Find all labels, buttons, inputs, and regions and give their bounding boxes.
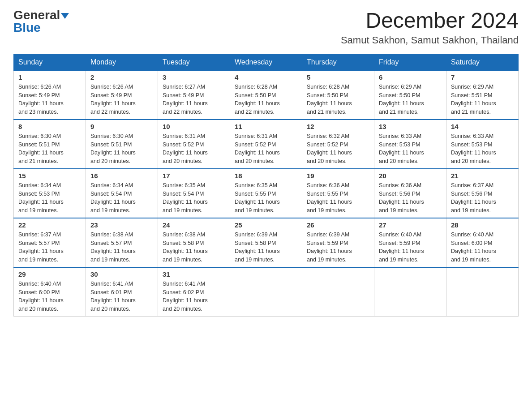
day-info: Sunrise: 6:35 AM Sunset: 5:55 PM Dayligh…	[235, 181, 297, 215]
day-info: Sunrise: 6:30 AM Sunset: 5:51 PM Dayligh…	[90, 132, 153, 166]
day-info: Sunrise: 6:31 AM Sunset: 5:52 PM Dayligh…	[163, 132, 225, 166]
day-number: 24	[163, 221, 225, 229]
day-info: Sunrise: 6:40 AM Sunset: 6:00 PM Dayligh…	[451, 231, 514, 264]
day-number: 5	[307, 73, 369, 81]
table-row: 18 Sunrise: 6:35 AM Sunset: 5:55 PM Dayl…	[230, 169, 302, 218]
day-number: 2	[90, 73, 153, 81]
col-header-sunday: Sunday	[14, 54, 86, 70]
day-number: 4	[235, 73, 297, 81]
col-header-friday: Friday	[374, 54, 446, 70]
table-row: 31 Sunrise: 6:41 AM Sunset: 6:02 PM Dayl…	[158, 267, 230, 317]
day-number: 3	[163, 73, 225, 81]
day-info: Sunrise: 6:30 AM Sunset: 5:51 PM Dayligh…	[18, 132, 81, 166]
logo: General Blue	[13, 9, 69, 34]
table-row: 23 Sunrise: 6:38 AM Sunset: 5:57 PM Dayl…	[86, 218, 158, 267]
day-info: Sunrise: 6:36 AM Sunset: 5:56 PM Dayligh…	[379, 181, 442, 215]
table-row	[230, 267, 302, 317]
col-header-saturday: Saturday	[446, 54, 519, 70]
day-info: Sunrise: 6:40 AM Sunset: 6:00 PM Dayligh…	[18, 280, 81, 313]
day-number: 6	[379, 73, 442, 81]
table-row: 5 Sunrise: 6:28 AM Sunset: 5:50 PM Dayli…	[302, 70, 374, 120]
day-info: Sunrise: 6:32 AM Sunset: 5:52 PM Dayligh…	[307, 132, 369, 166]
day-info: Sunrise: 6:26 AM Sunset: 5:49 PM Dayligh…	[18, 83, 81, 116]
table-row: 20 Sunrise: 6:36 AM Sunset: 5:56 PM Dayl…	[374, 169, 446, 218]
table-row	[446, 267, 519, 317]
table-row: 27 Sunrise: 6:40 AM Sunset: 5:59 PM Dayl…	[374, 218, 446, 267]
logo-text-bottom: Blue	[13, 21, 41, 34]
table-row	[374, 267, 446, 317]
logo-text-top: General	[13, 9, 69, 21]
col-header-thursday: Thursday	[302, 54, 374, 70]
col-header-tuesday: Tuesday	[158, 54, 230, 70]
day-number: 15	[18, 172, 81, 180]
day-info: Sunrise: 6:34 AM Sunset: 5:53 PM Dayligh…	[18, 181, 81, 215]
day-info: Sunrise: 6:37 AM Sunset: 5:56 PM Dayligh…	[451, 181, 514, 215]
table-row: 1 Sunrise: 6:26 AM Sunset: 5:49 PM Dayli…	[14, 70, 86, 120]
table-row: 21 Sunrise: 6:37 AM Sunset: 5:56 PM Dayl…	[446, 169, 519, 218]
day-number: 17	[163, 172, 225, 180]
day-number: 12	[307, 123, 369, 130]
day-number: 25	[235, 221, 297, 229]
day-info: Sunrise: 6:41 AM Sunset: 6:02 PM Dayligh…	[163, 280, 225, 313]
day-number: 31	[163, 270, 225, 278]
table-row: 11 Sunrise: 6:31 AM Sunset: 5:52 PM Dayl…	[230, 120, 302, 169]
day-info: Sunrise: 6:38 AM Sunset: 5:57 PM Dayligh…	[90, 231, 153, 264]
day-number: 1	[18, 73, 81, 81]
table-row: 17 Sunrise: 6:35 AM Sunset: 5:54 PM Dayl…	[158, 169, 230, 218]
page-header: General Blue December 2024 Samut Sakhon,…	[13, 9, 519, 46]
table-row: 15 Sunrise: 6:34 AM Sunset: 5:53 PM Dayl…	[14, 169, 86, 218]
day-number: 16	[90, 172, 153, 180]
calendar-header-row: Sunday Monday Tuesday Wednesday Thursday…	[14, 54, 519, 70]
day-number: 20	[379, 172, 442, 180]
day-number: 29	[18, 270, 81, 278]
day-number: 19	[307, 172, 369, 180]
table-row: 6 Sunrise: 6:29 AM Sunset: 5:50 PM Dayli…	[374, 70, 446, 120]
day-info: Sunrise: 6:37 AM Sunset: 5:57 PM Dayligh…	[18, 231, 81, 264]
table-row: 22 Sunrise: 6:37 AM Sunset: 5:57 PM Dayl…	[14, 218, 86, 267]
table-row: 30 Sunrise: 6:41 AM Sunset: 6:01 PM Dayl…	[86, 267, 158, 317]
month-title: December 2024	[341, 9, 519, 33]
day-number: 7	[451, 73, 514, 81]
calendar-table: Sunday Monday Tuesday Wednesday Thursday…	[13, 54, 519, 317]
day-number: 9	[90, 123, 153, 130]
day-number: 27	[379, 221, 442, 229]
day-number: 30	[90, 270, 153, 278]
day-info: Sunrise: 6:39 AM Sunset: 5:58 PM Dayligh…	[235, 231, 297, 264]
day-info: Sunrise: 6:38 AM Sunset: 5:58 PM Dayligh…	[163, 231, 225, 264]
day-number: 22	[18, 221, 81, 229]
table-row: 26 Sunrise: 6:39 AM Sunset: 5:59 PM Dayl…	[302, 218, 374, 267]
table-row: 8 Sunrise: 6:30 AM Sunset: 5:51 PM Dayli…	[14, 120, 86, 169]
location-subtitle: Samut Sakhon, Samut Sakhon, Thailand	[341, 34, 519, 46]
table-row: 10 Sunrise: 6:31 AM Sunset: 5:52 PM Dayl…	[158, 120, 230, 169]
table-row: 13 Sunrise: 6:33 AM Sunset: 5:53 PM Dayl…	[374, 120, 446, 169]
day-info: Sunrise: 6:34 AM Sunset: 5:54 PM Dayligh…	[90, 181, 153, 215]
table-row: 9 Sunrise: 6:30 AM Sunset: 5:51 PM Dayli…	[86, 120, 158, 169]
day-number: 8	[18, 123, 81, 130]
day-info: Sunrise: 6:31 AM Sunset: 5:52 PM Dayligh…	[235, 132, 297, 166]
table-row: 7 Sunrise: 6:29 AM Sunset: 5:51 PM Dayli…	[446, 70, 519, 120]
calendar-week-row: 8 Sunrise: 6:30 AM Sunset: 5:51 PM Dayli…	[14, 120, 519, 169]
table-row: 14 Sunrise: 6:33 AM Sunset: 5:53 PM Dayl…	[446, 120, 519, 169]
day-info: Sunrise: 6:39 AM Sunset: 5:59 PM Dayligh…	[307, 231, 369, 264]
day-number: 23	[90, 221, 153, 229]
day-info: Sunrise: 6:36 AM Sunset: 5:55 PM Dayligh…	[307, 181, 369, 215]
table-row: 24 Sunrise: 6:38 AM Sunset: 5:58 PM Dayl…	[158, 218, 230, 267]
calendar-week-row: 1 Sunrise: 6:26 AM Sunset: 5:49 PM Dayli…	[14, 70, 519, 120]
day-number: 13	[379, 123, 442, 130]
day-number: 18	[235, 172, 297, 180]
col-header-wednesday: Wednesday	[230, 54, 302, 70]
day-number: 26	[307, 221, 369, 229]
table-row: 29 Sunrise: 6:40 AM Sunset: 6:00 PM Dayl…	[14, 267, 86, 317]
day-number: 11	[235, 123, 297, 130]
day-info: Sunrise: 6:29 AM Sunset: 5:51 PM Dayligh…	[451, 83, 514, 116]
day-number: 14	[451, 123, 514, 130]
table-row: 16 Sunrise: 6:34 AM Sunset: 5:54 PM Dayl…	[86, 169, 158, 218]
day-info: Sunrise: 6:28 AM Sunset: 5:50 PM Dayligh…	[235, 83, 297, 116]
table-row: 25 Sunrise: 6:39 AM Sunset: 5:58 PM Dayl…	[230, 218, 302, 267]
table-row: 12 Sunrise: 6:32 AM Sunset: 5:52 PM Dayl…	[302, 120, 374, 169]
day-info: Sunrise: 6:28 AM Sunset: 5:50 PM Dayligh…	[307, 83, 369, 116]
day-info: Sunrise: 6:33 AM Sunset: 5:53 PM Dayligh…	[451, 132, 514, 166]
calendar-week-row: 29 Sunrise: 6:40 AM Sunset: 6:00 PM Dayl…	[14, 267, 519, 317]
table-row: 3 Sunrise: 6:27 AM Sunset: 5:49 PM Dayli…	[158, 70, 230, 120]
day-info: Sunrise: 6:33 AM Sunset: 5:53 PM Dayligh…	[379, 132, 442, 166]
